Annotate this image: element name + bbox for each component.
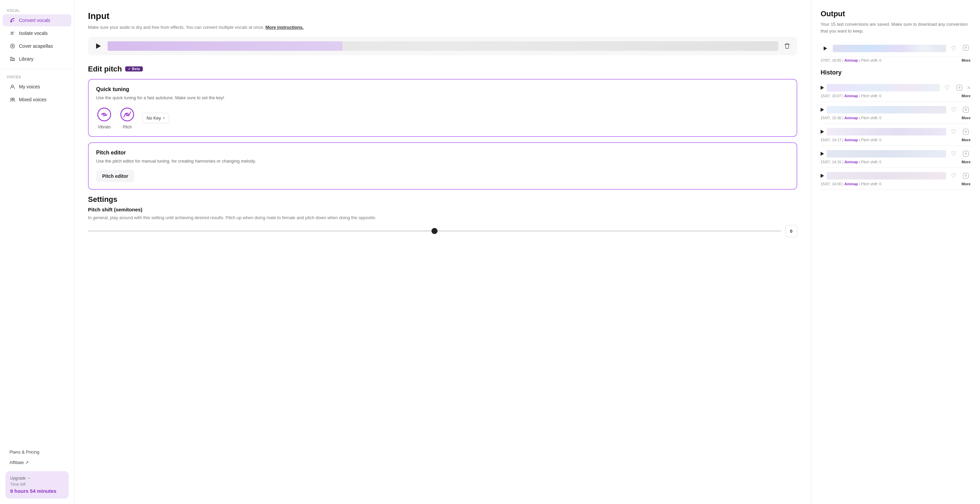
upgrade-label: Upgrade → [10, 476, 64, 481]
sidebar-item-mixed-voices[interactable]: Mixed voices [3, 94, 72, 106]
play-triangle-icon [96, 43, 101, 49]
input-play-button[interactable] [94, 41, 103, 51]
svg-point-2 [11, 44, 14, 48]
history-voice-4: Aminap [844, 182, 858, 186]
history-play-button-0[interactable] [821, 86, 824, 90]
cover-icon [10, 43, 16, 49]
vibrato-label: Vibrato [98, 124, 111, 129]
delete-audio-button[interactable] [783, 41, 792, 51]
sidebar-convert-vocals-label: Convert vocals [19, 18, 51, 23]
history-waveform-3 [827, 150, 946, 158]
history-heart-button-3[interactable]: ♡ [949, 149, 958, 158]
history-more-4[interactable]: More [962, 182, 970, 186]
main-content: Input Make sure your audio is dry and fr… [75, 0, 980, 504]
plans-pricing-link[interactable]: Plans & Pricing [5, 447, 69, 457]
current-output-timestamp: 27/07, 16:55 [821, 58, 841, 62]
pitch-shift-slider[interactable] [88, 230, 781, 232]
sidebar-item-my-voices[interactable]: My voices [3, 81, 72, 93]
center-panel: Input Make sure your audio is dry and fr… [75, 0, 811, 504]
output-description: Your 15 last conversions are saved. Make… [821, 21, 970, 34]
beta-badge: ✓ Beta [125, 66, 142, 72]
mixed-voices-icon [10, 97, 16, 103]
history-heart-button-0[interactable]: ♡ [942, 83, 952, 93]
history-download-button-3[interactable] [961, 149, 970, 158]
heart-icon: ♡ [951, 172, 956, 180]
history-timestamp-1: 15/07, 15:36 [821, 116, 841, 120]
history-audio-row-3: ♡ [821, 149, 970, 158]
sidebar-item-convert-vocals[interactable]: Convert vocals [3, 14, 72, 26]
history-more-2[interactable]: More [962, 138, 970, 142]
svg-point-1 [13, 20, 14, 21]
history-play-button-1[interactable] [821, 108, 824, 112]
music-icon [10, 17, 16, 23]
history-heart-button-2[interactable]: ♡ [949, 127, 958, 137]
current-output-pitch: Pitch shift: 0 [861, 58, 881, 62]
history-voice-3: Aminap [844, 160, 858, 164]
history-meta-4: 15/07, 14:00 | Aminap | Pitch shift: 0 M… [821, 182, 970, 186]
history-waveform-1 [827, 106, 946, 113]
settings-title: Settings [88, 195, 797, 204]
key-select-dropdown[interactable]: No Key ▾ [142, 113, 169, 123]
history-more-3[interactable]: More [962, 160, 970, 164]
sidebar-item-cover-acapellas[interactable]: Cover acapellas [3, 40, 72, 52]
output-download-button[interactable] [961, 44, 970, 53]
pitch-editor-desc: Use the pitch editor for manual tuning, … [96, 158, 789, 164]
sidebar-isolate-vocals-label: Isolate vocals [19, 30, 48, 36]
audio-input-bar [88, 37, 797, 55]
affiliate-link[interactable]: Affiliate ↗ [5, 457, 69, 468]
play-triangle-icon [821, 174, 824, 178]
affiliate-label: Affiliate ↗ [10, 460, 29, 465]
quick-tuning-title: Quick tuning [96, 86, 789, 93]
upgrade-box[interactable]: Upgrade → Time left 9 hours 54 minutes [5, 471, 69, 499]
pitch-label: Pitch [123, 124, 132, 129]
history-play-button-4[interactable] [821, 174, 824, 178]
history-pitch-2: Pitch shift: 0 [861, 138, 881, 142]
slider-thumb[interactable] [431, 228, 438, 234]
sidebar-cover-acapellas-label: Cover acapellas [19, 43, 53, 49]
pitch-icon [119, 106, 135, 123]
history-more-dots-0[interactable]: × [967, 85, 970, 91]
history-pitch-0: Pitch shift: 0 [861, 94, 881, 98]
pitch-option[interactable]: Pitch [119, 106, 135, 129]
current-output-row: ♡ [821, 40, 970, 57]
vibrato-option[interactable]: Vibrato [96, 106, 112, 129]
history-play-button-3[interactable] [821, 152, 824, 156]
history-more-0[interactable]: More [962, 94, 970, 98]
input-description: Make sure your audio is dry and free fro… [88, 24, 797, 31]
history-more-1[interactable]: More [962, 116, 970, 120]
sidebar: VOCAL Convert vocals Isolate vocals Cove… [0, 0, 75, 504]
history-item-2: ♡ 15/07, 14:17 | Aminap | Pitch shift: 0… [821, 124, 970, 146]
history-pitch-3: Pitch shift: 0 [861, 160, 881, 164]
play-triangle-icon [821, 130, 824, 134]
quick-tuning-desc: Use the quick tuning for a fast autotune… [96, 94, 789, 101]
pitch-shift-slider-row: 0 [88, 225, 797, 237]
history-download-button-2[interactable] [961, 127, 970, 137]
history-timestamp-3: 15/07, 14:15 [821, 160, 841, 164]
output-play-button[interactable] [821, 44, 830, 53]
current-output-more[interactable]: More [962, 58, 970, 62]
history-heart-button-4[interactable]: ♡ [949, 171, 958, 180]
sidebar-mixed-voices-label: Mixed voices [19, 97, 46, 102]
svg-point-4 [11, 85, 14, 87]
history-item-1: ♡ 15/07, 15:36 | Aminap | Pitch shift: 0… [821, 102, 970, 124]
history-pitch-4: Pitch shift: 0 [861, 182, 881, 186]
more-instructions-link[interactable]: More instructions. [265, 25, 304, 30]
history-play-button-2[interactable] [821, 130, 824, 134]
history-download-button-0[interactable] [955, 83, 964, 93]
heart-icon: ♡ [951, 150, 956, 158]
pitch-editor-button[interactable]: Pitch editor [96, 170, 134, 182]
history-voice-1: Aminap [844, 116, 858, 120]
sidebar-item-isolate-vocals[interactable]: Isolate vocals [3, 27, 72, 39]
history-download-button-4[interactable] [961, 171, 970, 180]
sidebar-item-library[interactable]: Library [3, 53, 72, 65]
history-heart-button-1[interactable]: ♡ [949, 105, 958, 115]
pitch-editor-title: Pitch editor [96, 150, 789, 156]
plans-pricing-label: Plans & Pricing [10, 450, 39, 455]
heart-icon: ♡ [945, 84, 950, 91]
svg-point-6 [13, 98, 14, 100]
history-download-button-1[interactable] [961, 105, 970, 115]
heart-icon: ♡ [951, 45, 956, 52]
pitch-editor-card: Pitch editor Use the pitch editor for ma… [88, 142, 797, 190]
my-voices-icon [10, 84, 16, 90]
output-heart-button[interactable]: ♡ [949, 44, 958, 53]
